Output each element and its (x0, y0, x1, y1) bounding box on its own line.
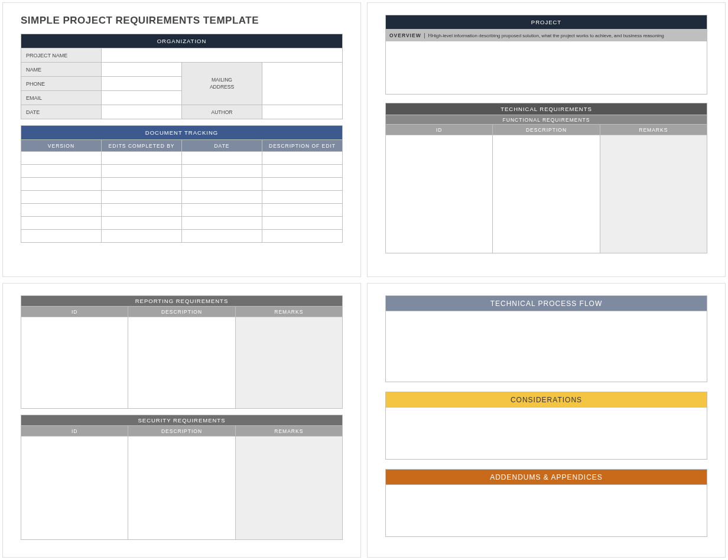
page-title: SIMPLE PROJECT REQUIREMENTS TEMPLATE (21, 15, 343, 27)
col-desc: DESCRIPTION (493, 125, 600, 135)
flow-table: TECHNICAL PROCESS FLOW (385, 295, 707, 382)
flow-area[interactable] (386, 311, 707, 382)
val-phone[interactable] (102, 77, 182, 91)
considerations-area[interactable] (386, 408, 707, 460)
document-tracking-header: DOCUMENT TRACKING (21, 126, 343, 140)
val-project-name[interactable] (102, 48, 343, 63)
panel-reporting-security: REPORTING REQUIREMENTS ID DESCRIPTION RE… (2, 283, 361, 558)
panel-flow-considerations-addendums: TECHNICAL PROCESS FLOW CONSIDERATIONS AD… (367, 283, 726, 558)
project-header: PROJECT (386, 15, 707, 30)
val-name[interactable] (102, 63, 182, 77)
security-desc-area[interactable] (128, 437, 235, 540)
reporting-header: REPORTING REQUIREMENTS (21, 296, 343, 307)
col-date: DATE (182, 140, 262, 152)
lbl-name: NAME (21, 63, 102, 77)
col-remarks: REMARKS (235, 307, 342, 317)
lbl-project-name: PROJECT NAME (21, 48, 102, 63)
panel-org-tracking: SIMPLE PROJECT REQUIREMENTS TEMPLATE ORG… (2, 2, 361, 277)
considerations-header: CONSIDERATIONS (386, 392, 707, 408)
col-desc: DESCRIPTION (128, 426, 235, 437)
lbl-date: DATE (21, 105, 102, 119)
tech-id-area[interactable] (386, 135, 493, 253)
col-id: ID (386, 125, 493, 135)
val-email[interactable] (102, 91, 182, 105)
addendums-area[interactable] (386, 485, 707, 537)
reporting-desc-area[interactable] (128, 317, 235, 409)
lbl-author: AUTHOR (182, 105, 262, 119)
col-id: ID (21, 426, 128, 437)
reporting-remarks-area[interactable] (235, 317, 342, 409)
security-remarks-area[interactable] (235, 437, 342, 540)
lbl-email: EMAIL (21, 91, 102, 105)
overview-area[interactable] (386, 41, 707, 95)
tech-req-header: TECHNICAL REQUIREMENTS (386, 103, 707, 115)
panel-project-tech: PROJECT OVERVIEW | HHigh-level informati… (367, 2, 726, 277)
considerations-table: CONSIDERATIONS (385, 392, 707, 460)
addendums-header: ADDENDUMS & APPENDICES (386, 470, 707, 485)
col-desc: DESCRIPTION OF EDIT (262, 140, 343, 152)
col-desc: DESCRIPTION (128, 307, 235, 317)
func-req-header: FUNCTIONAL REQUIREMENTS (386, 115, 707, 125)
security-id-area[interactable] (21, 437, 128, 540)
organization-header: ORGANIZATION (21, 34, 343, 48)
security-header: SECURITY REQUIREMENTS (21, 415, 343, 426)
organization-table: ORGANIZATION PROJECT NAME NAME MAILINGAD… (21, 34, 343, 119)
val-date[interactable] (102, 105, 182, 119)
reporting-table: REPORTING REQUIREMENTS ID DESCRIPTION RE… (21, 295, 343, 409)
lbl-phone: PHONE (21, 77, 102, 91)
table-cell[interactable] (21, 152, 102, 165)
reporting-id-area[interactable] (21, 317, 128, 409)
tech-remarks-area[interactable] (600, 135, 707, 253)
security-table: SECURITY REQUIREMENTS ID DESCRIPTION REM… (21, 415, 343, 540)
tech-req-table: TECHNICAL REQUIREMENTS FUNCTIONAL REQUIR… (385, 103, 707, 253)
val-mailing-address[interactable] (262, 63, 343, 105)
val-author[interactable] (262, 105, 343, 119)
project-table: PROJECT OVERVIEW | HHigh-level informati… (385, 15, 707, 95)
col-remarks: REMARKS (235, 426, 342, 437)
flow-header: TECHNICAL PROCESS FLOW (386, 296, 707, 311)
col-version: VERSION (21, 140, 102, 152)
addendums-table: ADDENDUMS & APPENDICES (385, 469, 707, 537)
tech-desc-area[interactable] (493, 135, 600, 253)
col-remarks: REMARKS (600, 125, 707, 135)
document-tracking-table: DOCUMENT TRACKING VERSION EDITS COMPLETE… (21, 125, 343, 243)
col-edits-by: EDITS COMPLETED BY (102, 140, 182, 152)
col-id: ID (21, 307, 128, 317)
overview-hint: OVERVIEW | HHigh-level information descr… (386, 30, 707, 41)
lbl-mailing-address: MAILINGADDRESS (182, 63, 262, 105)
